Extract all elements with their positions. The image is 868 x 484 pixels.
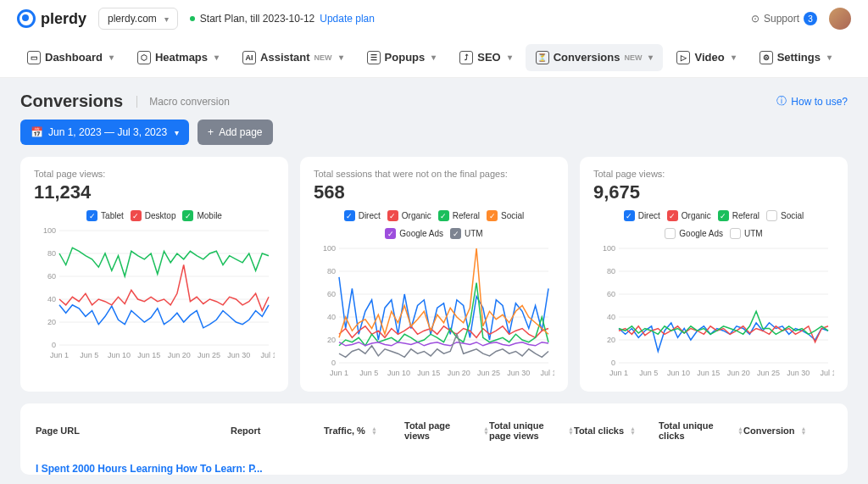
nav-heatmaps[interactable]: ⬡Heatmaps▾ (127, 44, 229, 71)
nav-dashboard[interactable]: ▭Dashboard▾ (17, 44, 124, 71)
legend-item[interactable]: ✓Direct (624, 210, 660, 221)
calendar-icon: 📅 (31, 126, 43, 138)
topbar: plerdy plerdy.com ▾ Start Plan, till 202… (0, 0, 868, 37)
main-nav: ▭Dashboard▾⬡Heatmaps▾AIAssistantNEW▾☰Pop… (0, 37, 868, 78)
nav-assistant[interactable]: AIAssistantNEW▾ (232, 44, 353, 71)
svg-text:100: 100 (43, 226, 56, 235)
how-to-use-link[interactable]: ⓘ How to use? (776, 94, 848, 108)
legend-item[interactable]: ✓Direct (344, 210, 381, 221)
legend-item[interactable]: Google Ads (665, 228, 723, 239)
checkbox-icon: ✓ (487, 210, 498, 221)
date-range-button[interactable]: 📅 Jun 1, 2023 — Jul 3, 2023 ▾ (20, 120, 189, 145)
legend: ✓Direct✓Organic✓Referal✓Social✓Google Ad… (314, 210, 554, 239)
legend-label: Organic (682, 211, 711, 220)
logo-icon (17, 9, 36, 28)
checkbox-icon: ✓ (344, 210, 355, 221)
checkbox-icon: ✓ (182, 210, 193, 221)
column-header[interactable]: Report (231, 426, 324, 436)
data-table: Page URLReportTraffic, %▲▼Total page vie… (20, 403, 848, 475)
svg-text:0: 0 (52, 341, 56, 349)
legend-item[interactable]: ✓Organic (387, 210, 431, 221)
sort-icon: ▲▼ (630, 426, 636, 435)
legend-item[interactable]: ✓Referal (718, 210, 760, 221)
sort-icon: ▲▼ (483, 426, 489, 435)
header-text: Total unique clicks (659, 420, 732, 441)
chevron-down-icon: ▾ (508, 53, 512, 62)
checkbox-icon: ✓ (438, 210, 449, 221)
nav-label: Popups (385, 51, 426, 64)
column-header[interactable]: Total unique clicks▲▼ (659, 420, 743, 441)
controls-row: 📅 Jun 1, 2023 — Jul 3, 2023 ▾ + Add page (0, 120, 868, 157)
header-text: Total unique page views (489, 420, 562, 441)
legend-item[interactable]: Social (766, 210, 804, 221)
legend-item[interactable]: ✓Organic (667, 210, 711, 221)
column-header[interactable]: Conversion▲▼ (743, 426, 828, 436)
legend-item[interactable]: ✓UTM (450, 228, 483, 239)
update-plan-link[interactable]: Update plan (320, 13, 375, 25)
legend-item[interactable]: ✓Referal (438, 210, 480, 221)
svg-text:20: 20 (327, 336, 336, 344)
line-chart: 020406080100Jun 1Jun 5Jun 10Jun 15Jun 20… (314, 244, 554, 380)
legend-item[interactable]: ✓Mobile (182, 210, 221, 221)
page-header: Conversions Macro conversion ⓘ How to us… (0, 78, 868, 120)
page-url-link[interactable]: I Spent 2000 Hours Learning How To Learn… (36, 463, 263, 475)
nav-conversions[interactable]: ⏳ConversionsNEW▾ (526, 44, 664, 71)
new-badge: NEW (624, 53, 642, 62)
legend-label: UTM (744, 229, 763, 238)
svg-text:Jul 1: Jul 1 (260, 351, 275, 359)
legend-label: Direct (359, 211, 381, 220)
svg-text:20: 20 (607, 336, 615, 344)
legend-item[interactable]: UTM (730, 228, 763, 239)
avatar[interactable] (829, 8, 851, 30)
nav-seo[interactable]: ⤴SEO▾ (449, 44, 521, 71)
table-header: Page URLReportTraffic, %▲▼Total page vie… (36, 420, 832, 441)
legend-item[interactable]: ✓Tablet (86, 210, 124, 221)
nav-popups[interactable]: ☰Popups▾ (357, 44, 447, 71)
svg-text:100: 100 (603, 244, 615, 253)
chevron-down-icon: ▾ (164, 14, 169, 24)
howto-text: How to use? (791, 96, 848, 108)
column-header[interactable]: Total page views▲▼ (404, 420, 489, 441)
nav-icon: ▭ (27, 51, 41, 64)
metric-card: Total sessions that were not on the fina… (300, 157, 568, 392)
brand-name: plerdy (41, 10, 86, 28)
table-row: I Spent 2000 Hours Learning How To Learn… (36, 441, 832, 475)
nav-label: Assistant (260, 51, 310, 64)
nav-icon: ▷ (676, 51, 690, 64)
column-header[interactable]: Total clicks▲▼ (574, 426, 659, 436)
legend-label: Google Ads (399, 229, 443, 238)
legend-label: Mobile (197, 211, 221, 220)
svg-text:Jun 20: Jun 20 (448, 369, 470, 377)
chevron-down-icon: ▾ (827, 53, 832, 62)
nav-video[interactable]: ▷Video▾ (666, 44, 745, 71)
legend-label: Google Ads (679, 229, 723, 238)
svg-text:Jul 1: Jul 1 (820, 369, 834, 377)
checkbox-icon (730, 228, 741, 239)
add-page-button[interactable]: + Add page (198, 120, 272, 145)
legend: ✓Direct✓Organic✓ReferalSocialGoogle AdsU… (593, 210, 834, 239)
svg-text:60: 60 (607, 290, 615, 298)
svg-text:Jun 30: Jun 30 (787, 369, 810, 377)
legend-item[interactable]: ✓Google Ads (385, 228, 443, 239)
nav-settings[interactable]: ⚙Settings▾ (749, 44, 842, 71)
chevron-down-icon: ▾ (732, 53, 736, 62)
domain-selector[interactable]: plerdy.com ▾ (98, 8, 178, 30)
svg-text:Jun 1: Jun 1 (50, 351, 69, 359)
svg-text:Jun 25: Jun 25 (198, 351, 220, 359)
new-badge: NEW (314, 53, 332, 62)
support-link[interactable]: ⊙ Support 3 (751, 12, 817, 25)
legend-item[interactable]: ✓Desktop (131, 210, 176, 221)
column-header[interactable]: Total unique page views▲▼ (489, 420, 574, 441)
checkbox-icon (665, 228, 676, 239)
svg-text:0: 0 (611, 359, 615, 367)
column-header[interactable]: Traffic, %▲▼ (324, 426, 404, 436)
checkbox-icon: ✓ (387, 210, 398, 221)
column-header[interactable]: Page URL (36, 426, 231, 436)
legend-item[interactable]: ✓Social (487, 210, 524, 221)
checkbox-icon: ✓ (385, 228, 396, 239)
svg-text:Jun 20: Jun 20 (168, 351, 191, 359)
legend-label: UTM (465, 229, 483, 238)
chevron-down-icon: ▾ (648, 53, 653, 62)
logo[interactable]: plerdy (17, 9, 86, 28)
metric-card: Total page views: 11,234 ✓Tablet✓Desktop… (20, 157, 288, 392)
